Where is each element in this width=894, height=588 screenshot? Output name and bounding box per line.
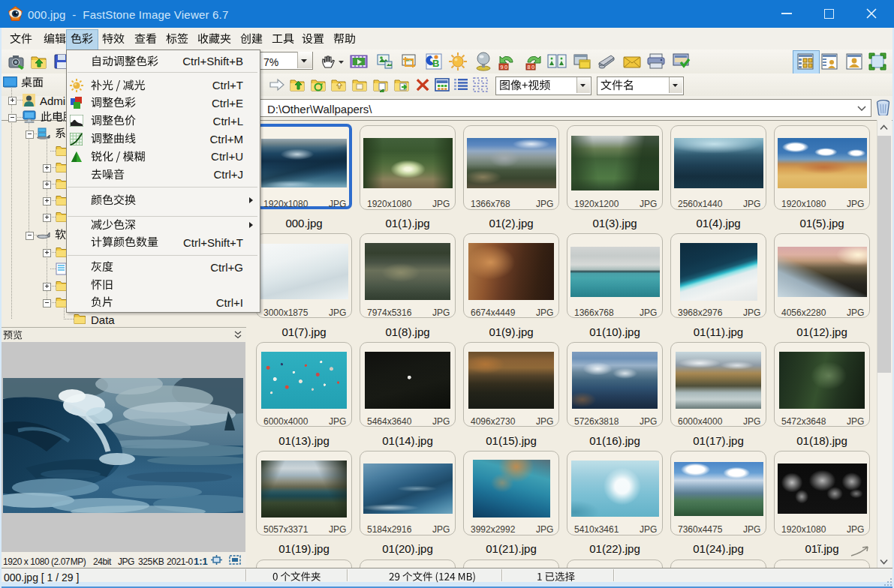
svg-text:8 0: 8 0	[527, 64, 534, 70]
svg-text:9 0: 9 0	[500, 64, 507, 70]
svg-text:B: B	[432, 58, 439, 69]
